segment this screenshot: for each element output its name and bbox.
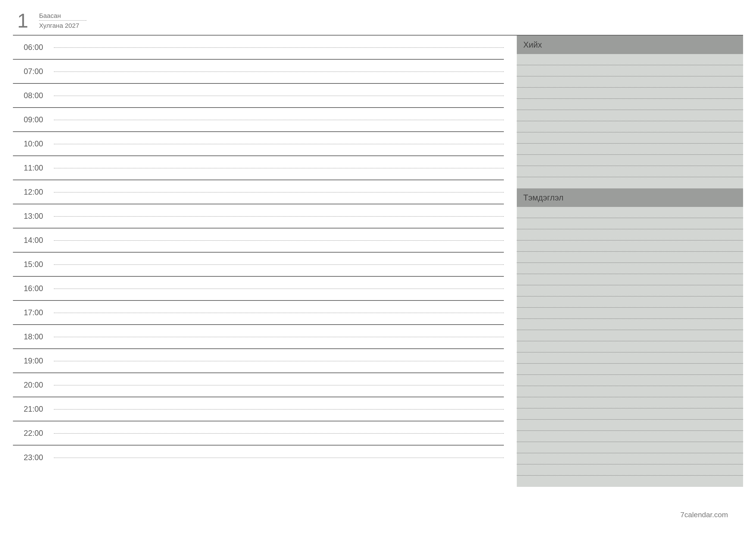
hour-row: 22:00	[13, 421, 504, 445]
todo-box: Хийх	[517, 36, 743, 189]
notes-line	[517, 319, 743, 330]
hour-writing-line	[54, 445, 504, 470]
notes-line	[517, 341, 743, 352]
hour-label: 10:00	[13, 139, 54, 148]
hour-label: 17:00	[13, 308, 54, 317]
notes-lines	[517, 207, 743, 487]
hour-label: 23:00	[13, 453, 54, 462]
notes-box: Тэмдэглэл	[517, 189, 743, 487]
notes-line	[517, 241, 743, 252]
hour-row: 18:00	[13, 325, 504, 349]
hour-row: 21:00	[13, 397, 504, 421]
weekday-row: Баасан	[39, 12, 86, 21]
hour-writing-line	[54, 228, 504, 252]
footer-credit: 7calendar.com	[680, 511, 728, 519]
hour-row: 19:00	[13, 349, 504, 373]
notes-line	[517, 352, 743, 364]
planner-page: 1 Баасан Хулгана 2027 06:0007:0008:0009:…	[13, 11, 743, 523]
schedule-column: 06:0007:0008:0009:0010:0011:0012:0013:00…	[13, 36, 504, 487]
hour-writing-line	[54, 204, 504, 228]
hour-writing-line	[54, 60, 504, 83]
notes-line	[517, 397, 743, 408]
hour-row: 14:00	[13, 228, 504, 253]
hour-label: 20:00	[13, 380, 54, 390]
hour-row: 12:00	[13, 180, 504, 204]
hour-writing-line	[54, 325, 504, 348]
content: 06:0007:0008:0009:0010:0011:0012:0013:00…	[13, 35, 743, 487]
hour-label: 12:00	[13, 188, 54, 196]
hour-row: 16:00	[13, 277, 504, 301]
notes-line	[517, 263, 743, 274]
hour-writing-line	[54, 253, 504, 276]
notes-line	[517, 296, 743, 308]
todo-line	[517, 177, 743, 189]
todo-line	[517, 121, 743, 132]
day-meta: Баасан Хулгана 2027	[39, 11, 86, 29]
notes-line	[517, 207, 743, 218]
notes-line	[517, 386, 743, 397]
hour-label: 22:00	[13, 429, 54, 438]
hour-label: 18:00	[13, 332, 54, 341]
hour-writing-line	[54, 373, 504, 396]
hour-writing-line	[54, 108, 504, 131]
hour-label: 06:00	[13, 43, 54, 52]
notes-line	[517, 252, 743, 263]
hour-row: 13:00	[13, 204, 504, 228]
notes-line	[517, 308, 743, 319]
hour-writing-line	[54, 277, 504, 300]
todo-line	[517, 76, 743, 88]
notes-line	[517, 229, 743, 241]
hour-writing-line	[54, 349, 504, 372]
notes-line	[517, 218, 743, 229]
hour-writing-line	[54, 421, 504, 445]
todo-header: Хийх	[517, 36, 743, 54]
hour-label: 19:00	[13, 356, 54, 366]
hour-label: 16:00	[13, 284, 54, 293]
weekday-label: Баасан	[39, 12, 61, 19]
notes-line	[517, 364, 743, 375]
hour-label: 15:00	[13, 260, 54, 269]
hour-label: 14:00	[13, 236, 54, 245]
hour-row: 09:00	[13, 108, 504, 132]
todo-line	[517, 99, 743, 110]
day-number: 1	[17, 11, 28, 31]
hour-row: 20:00	[13, 373, 504, 397]
hour-label: 13:00	[13, 212, 54, 221]
hour-writing-line	[54, 36, 504, 59]
header: 1 Баасан Хулгана 2027	[13, 11, 743, 31]
notes-line	[517, 431, 743, 442]
todo-lines	[517, 54, 743, 189]
notes-line	[517, 453, 743, 465]
side-column: Хийх Тэмдэглэл	[517, 36, 743, 487]
hour-writing-line	[54, 84, 504, 107]
hour-row: 23:00	[13, 445, 504, 470]
hour-row: 07:00	[13, 60, 504, 84]
hour-writing-line	[54, 132, 504, 156]
notes-line	[517, 408, 743, 420]
notes-line	[517, 476, 743, 487]
hour-label: 08:00	[13, 91, 54, 100]
hour-row: 06:00	[13, 36, 504, 60]
notes-line	[517, 330, 743, 341]
todo-line	[517, 110, 743, 121]
todo-line	[517, 166, 743, 177]
month-year-label: Хулгана 2027	[39, 22, 86, 29]
notes-header: Тэмдэглэл	[517, 189, 743, 207]
notes-line	[517, 465, 743, 476]
todo-line	[517, 65, 743, 76]
notes-line	[517, 420, 743, 431]
hour-row: 11:00	[13, 156, 504, 180]
hour-row: 17:00	[13, 301, 504, 325]
notes-line	[517, 274, 743, 285]
hour-row: 10:00	[13, 132, 504, 156]
hour-writing-line	[54, 156, 504, 180]
todo-line	[517, 144, 743, 155]
hour-row: 08:00	[13, 84, 504, 108]
hour-label: 11:00	[13, 164, 54, 172]
hour-writing-line	[54, 397, 504, 421]
hour-label: 07:00	[13, 67, 54, 76]
todo-line	[517, 155, 743, 166]
todo-line	[517, 88, 743, 99]
todo-line	[517, 132, 743, 144]
hour-label: 09:00	[13, 115, 54, 124]
